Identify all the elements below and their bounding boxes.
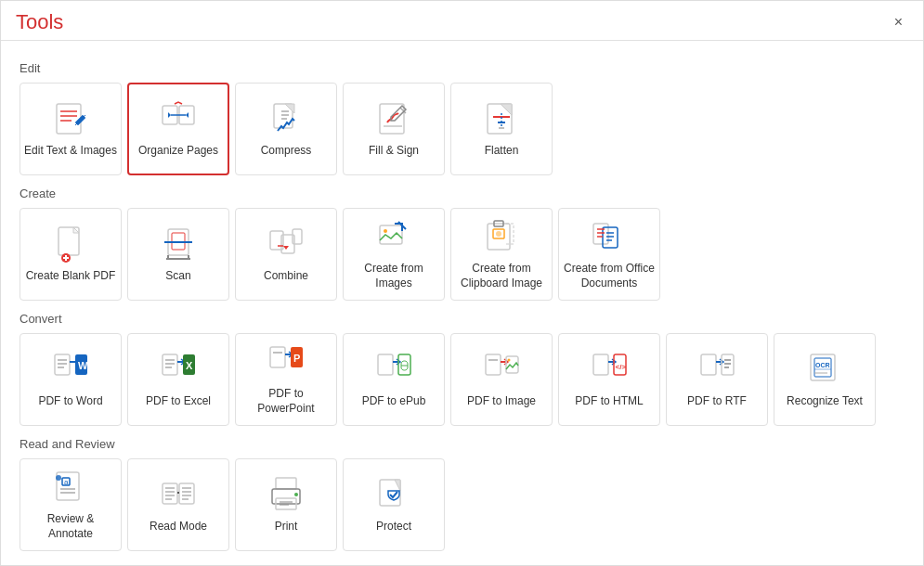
- svg-text:</>: </>: [616, 363, 627, 371]
- svg-rect-92: [276, 478, 296, 489]
- tool-create-from-images[interactable]: Create from Images: [343, 208, 445, 301]
- recognize-text-label: Recognize Text: [787, 394, 863, 409]
- tool-combine[interactable]: Combine: [235, 208, 337, 301]
- tool-compress[interactable]: Compress: [235, 83, 337, 175]
- tool-pdf-to-rtf[interactable]: PDF to RTF: [666, 333, 768, 426]
- tool-pdf-to-html[interactable]: </> PDF to HTML: [558, 333, 660, 426]
- content-area: Edit Edit Text & Images Organize Pages C…: [1, 41, 923, 565]
- create-from-images-label: Create from Images: [347, 262, 440, 290]
- svg-point-95: [294, 493, 298, 496]
- svg-rect-61: [506, 356, 518, 373]
- pdf-to-image-label: PDF to Image: [467, 394, 536, 409]
- svg-rect-67: [722, 354, 734, 375]
- tool-protect[interactable]: Protect: [343, 458, 445, 551]
- svg-rect-0: [57, 104, 81, 134]
- create-from-office-icon: [591, 217, 628, 254]
- tool-create-from-clipboard[interactable]: Create from Clipboard Image: [450, 208, 553, 301]
- organize-pages-label: Organize Pages: [138, 144, 218, 159]
- tools-grid-create: Create Blank PDF Scan Combine Create fro…: [20, 208, 904, 301]
- tool-edit-text-images[interactable]: Edit Text & Images: [20, 83, 122, 175]
- tool-pdf-to-ppt[interactable]: P PDF to PowerPoint: [235, 333, 337, 426]
- tools-grid-edit: Edit Text & Images Organize Pages Compre…: [20, 83, 904, 175]
- close-button[interactable]: ×: [889, 12, 908, 32]
- fill-sign-label: Fill & Sign: [369, 144, 419, 159]
- create-from-images-icon: [375, 217, 412, 254]
- pdf-to-html-icon: </>: [591, 350, 628, 387]
- combine-icon: [267, 225, 305, 262]
- pdf-to-rtf-icon: [698, 350, 735, 387]
- svg-rect-40: [55, 354, 70, 375]
- tool-fill-sign[interactable]: Fill & Sign: [343, 83, 445, 175]
- pdf-to-word-icon: W: [52, 350, 89, 387]
- tool-read-mode[interactable]: Read Mode: [127, 458, 229, 551]
- svg-rect-57: [398, 354, 410, 375]
- svg-text:W: W: [78, 360, 88, 371]
- tool-create-from-office[interactable]: Create from Office Documents: [558, 208, 660, 301]
- edit-text-images-icon: [52, 99, 89, 136]
- scan-icon: [160, 225, 197, 262]
- combine-label: Combine: [264, 269, 308, 284]
- tool-scan[interactable]: Scan: [127, 208, 229, 301]
- create-from-clipboard-icon: [483, 217, 520, 254]
- compress-icon: [267, 99, 305, 136]
- section-read-review: Read and Review a Review & Annotate Read…: [20, 437, 904, 551]
- pdf-to-rtf-label: PDF to RTF: [687, 394, 747, 409]
- svg-rect-46: [163, 354, 177, 375]
- pdf-to-image-icon: [483, 350, 520, 387]
- create-blank-pdf-icon: [52, 225, 89, 262]
- pdf-to-ppt-label: PDF to PowerPoint: [240, 387, 332, 416]
- recognize-text-icon: OCR: [806, 350, 843, 387]
- tools-grid-read-review: a Review & Annotate Read Mode Print: [20, 458, 904, 551]
- svg-rect-83: [179, 483, 194, 504]
- tool-organize-pages[interactable]: Organize Pages: [127, 83, 229, 175]
- tool-pdf-to-epub[interactable]: PDF to ePub: [343, 333, 445, 426]
- pdf-to-ppt-icon: P: [267, 342, 305, 379]
- create-blank-pdf-label: Create Blank PDF: [26, 269, 116, 284]
- svg-point-62: [508, 359, 511, 362]
- section-convert: Convert W PDF to Word X PDF to Excel P P…: [20, 312, 904, 426]
- organize-pages-icon: [160, 99, 197, 136]
- svg-rect-82: [163, 483, 177, 504]
- pdf-to-html-label: PDF to HTML: [575, 394, 643, 409]
- review-annotate-icon: a: [52, 468, 89, 505]
- protect-icon: [375, 475, 412, 512]
- section-label-edit: Edit: [20, 61, 904, 75]
- pdf-to-excel-label: PDF to Excel: [146, 394, 211, 409]
- read-mode-icon: [160, 475, 197, 512]
- tool-pdf-to-excel[interactable]: X PDF to Excel: [127, 333, 229, 426]
- tool-recognize-text[interactable]: OCR Recognize Text: [774, 333, 876, 426]
- page-title: Tools: [16, 10, 63, 34]
- flatten-icon: [483, 99, 520, 136]
- svg-rect-52: [270, 347, 285, 367]
- tool-print[interactable]: Print: [235, 458, 337, 551]
- tools-grid-convert: W PDF to Word X PDF to Excel P PDF to Po…: [20, 333, 904, 426]
- section-label-read-review: Read and Review: [20, 437, 904, 451]
- pdf-to-epub-label: PDF to ePub: [362, 394, 426, 409]
- protect-label: Protect: [376, 520, 411, 534]
- review-annotate-label: Review & Annotate: [24, 512, 117, 541]
- svg-rect-66: [701, 354, 716, 375]
- svg-rect-59: [486, 354, 501, 375]
- svg-text:P: P: [293, 353, 300, 364]
- flatten-label: Flatten: [485, 144, 519, 159]
- svg-point-81: [56, 475, 61, 481]
- print-icon: [267, 475, 305, 512]
- section-create: Create Create Blank PDF Scan Combine: [20, 187, 904, 301]
- pdf-to-excel-icon: X: [160, 350, 197, 387]
- svg-rect-63: [593, 354, 608, 375]
- section-label-convert: Convert: [20, 312, 904, 326]
- tool-create-blank-pdf[interactable]: Create Blank PDF: [20, 208, 122, 301]
- svg-text:X: X: [186, 360, 193, 371]
- pdf-to-epub-icon: [375, 350, 412, 387]
- tool-pdf-to-word[interactable]: W PDF to Word: [20, 333, 122, 426]
- print-label: Print: [275, 520, 298, 534]
- tool-flatten[interactable]: Flatten: [450, 83, 553, 175]
- svg-point-31: [496, 231, 501, 237]
- svg-text:OCR: OCR: [815, 362, 830, 368]
- compress-label: Compress: [261, 144, 312, 159]
- tool-review-annotate[interactable]: a Review & Annotate: [20, 458, 122, 551]
- tool-pdf-to-image[interactable]: PDF to Image: [450, 333, 553, 426]
- section-label-create: Create: [20, 187, 904, 200]
- edit-text-images-label: Edit Text & Images: [24, 144, 117, 159]
- svg-text:a: a: [64, 478, 69, 486]
